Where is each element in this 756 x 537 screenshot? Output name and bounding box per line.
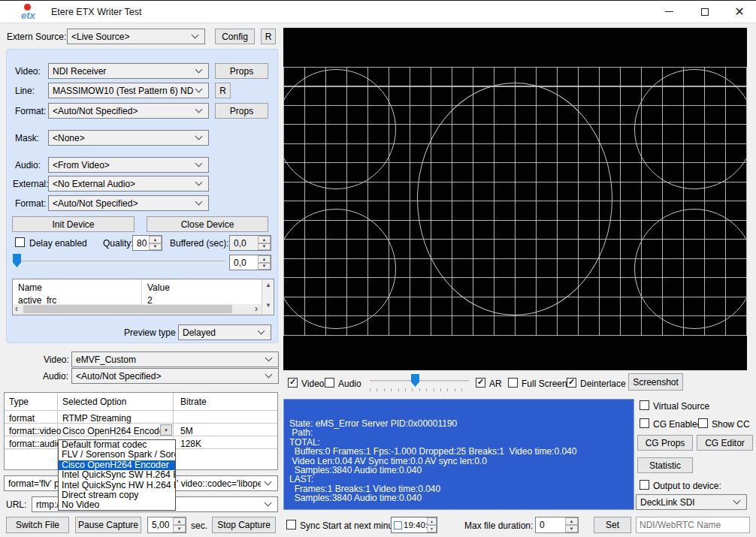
fullscreen-checkbox[interactable]: ✓	[508, 378, 518, 388]
external-audio-select[interactable]: <No External Audio>	[48, 176, 209, 192]
max-duration-stepper[interactable]: 0 ▲▼	[535, 517, 579, 533]
volume-slider-track[interactable]	[370, 380, 469, 382]
spin-up-icon[interactable]: ▲	[258, 255, 271, 263]
deinterlace-checkbox[interactable]: ✓	[567, 378, 576, 388]
show-cc-label: Show CC	[712, 419, 750, 430]
audio-format-label: Format:	[15, 198, 46, 209]
format-label: Format:	[15, 106, 46, 116]
out-video-select[interactable]: eMVF_Custom	[71, 351, 279, 367]
dropdown-option[interactable]: No Video	[59, 500, 175, 510]
spin-down-icon[interactable]: ▼	[258, 263, 271, 270]
delay-enabled-checkbox[interactable]: ✓	[15, 237, 25, 247]
interval-stepper[interactable]: 5,00 ▲▼	[147, 517, 186, 533]
delay-enabled-label: Delay enabled	[29, 238, 87, 249]
dropdown-option[interactable]: Intel QuickSync SW H.264 Enco	[59, 470, 175, 480]
video-preview[interactable]	[283, 28, 747, 370]
extern-refresh-button[interactable]: R	[261, 29, 276, 44]
maximize-button[interactable]	[691, 1, 718, 23]
chevron-down-icon	[195, 133, 203, 140]
video-label: Video:	[15, 66, 41, 77]
init-device-button[interactable]: Init Device	[12, 216, 135, 232]
set-button[interactable]: Set	[594, 517, 631, 533]
dropdown-option[interactable]: Intel QuickSync HW H.264 Enco	[59, 481, 175, 490]
buffered-stepper-1[interactable]: 0,0 ▲▼	[229, 235, 271, 251]
scroll-right-icon[interactable]: ›	[255, 304, 258, 314]
spin-up-icon[interactable]: ▲	[427, 517, 437, 525]
close-button[interactable]: ✕	[726, 1, 753, 23]
output-device-select[interactable]: DeckLink SDI	[636, 494, 747, 510]
audio-format-select[interactable]: <Auto/Not Specified>	[48, 195, 209, 211]
ar-checkbox[interactable]: ✓	[476, 378, 485, 388]
time-enable-checkbox[interactable]	[394, 521, 402, 529]
spin-up-icon[interactable]: ▲	[258, 236, 271, 243]
fullscreen-label: Full Screen	[522, 379, 567, 389]
codec-row-option[interactable]: Cisco OpenH264 Encoder	[62, 426, 167, 436]
config-button[interactable]: Config	[215, 29, 255, 44]
dropdown-option-selected[interactable]: Cisco OpenH264 Encoder	[59, 460, 175, 470]
status-line: Samples:3840 Audio time:0.040	[289, 493, 634, 502]
codec-dropdown-button[interactable]: ▼	[160, 424, 172, 436]
status-line: Samples:3840 Audio time:0.040	[289, 466, 634, 475]
quality-stepper[interactable]: 80 ▲▼	[132, 235, 162, 251]
pause-capture-button[interactable]: Pause Capture	[75, 517, 141, 533]
close-device-button[interactable]: Close Device	[147, 216, 268, 232]
chevron-down-icon	[258, 327, 265, 335]
grid-horizontal-scrollbar[interactable]: ‹ ›	[13, 304, 262, 315]
line-refresh-button[interactable]: R	[215, 83, 231, 98]
delay-slider-track[interactable]	[14, 261, 225, 263]
dropdown-option[interactable]: Default format codec	[59, 440, 175, 450]
scroll-up-icon[interactable]: ▲	[265, 282, 271, 288]
ndi-name-input[interactable]	[636, 517, 750, 533]
scrollbar-thumb[interactable]	[23, 305, 232, 313]
grid-col-value: Value	[147, 282, 170, 293]
spin-up-icon[interactable]: ▲	[173, 517, 186, 525]
stop-capture-button[interactable]: Stop Capture	[212, 517, 276, 533]
output-to-device-checkbox[interactable]: ✓	[640, 480, 649, 490]
format-props-button[interactable]: Props	[215, 103, 268, 119]
spin-up-icon[interactable]: ▲	[149, 236, 162, 243]
dropdown-option[interactable]: FLV / Sorenson Spark / Sorenso	[59, 450, 175, 460]
codec-row-type: format	[9, 413, 35, 424]
switch-file-button[interactable]: Switch File	[6, 517, 69, 533]
dropdown-option[interactable]: Direct stream copy	[59, 490, 175, 500]
sync-start-checkbox[interactable]: ✓	[286, 520, 296, 529]
codec-row-bitrate: 5M	[180, 426, 193, 436]
spin-down-icon[interactable]: ▼	[149, 243, 162, 251]
statistic-button[interactable]: Statistic	[637, 457, 693, 473]
sync-time-picker[interactable]: 19:40:4 ▲ ▼	[391, 517, 437, 533]
codec-row-option[interactable]: RTMP Streaming	[62, 413, 132, 424]
logo-text: etx	[21, 10, 35, 21]
cg-enabled-checkbox[interactable]: ✓	[640, 418, 649, 428]
spin-down-icon[interactable]: ▼	[565, 525, 578, 532]
scroll-down-icon[interactable]: ▼	[265, 302, 271, 309]
virtual-source-checkbox[interactable]: ✓	[640, 400, 649, 410]
preview-video-checkbox[interactable]: ✓	[288, 378, 298, 388]
spin-up-icon[interactable]: ▲	[565, 517, 578, 525]
extern-source-select[interactable]: <Live Source>	[67, 29, 205, 44]
grid-vertical-scrollbar[interactable]: ▲ ▼	[262, 279, 274, 315]
test-pattern-corner-circle	[634, 209, 747, 329]
screenshot-button[interactable]: Screenshot	[628, 373, 683, 391]
buffered-stepper-2[interactable]: 0,0 ▲▼	[229, 255, 271, 270]
video-device-select[interactable]: NDI Receiver	[48, 63, 209, 79]
minimize-button[interactable]	[655, 1, 682, 23]
cg-props-button[interactable]: CG Props	[637, 435, 693, 451]
cg-editor-button[interactable]: CG Editor	[697, 435, 753, 451]
audio-label: Audio:	[15, 160, 41, 170]
codec-row-type: format::video	[9, 426, 61, 436]
video-props-button[interactable]: Props	[215, 63, 268, 79]
scroll-left-icon[interactable]: ‹	[15, 304, 18, 314]
mask-select[interactable]: <None>	[48, 130, 209, 146]
show-cc-checkbox[interactable]: ✓	[698, 418, 708, 428]
spin-down-icon[interactable]: ▼	[427, 525, 437, 532]
line-select[interactable]: MASSIMOW10 (Test Pattern 6) NDI Sou	[48, 83, 209, 98]
chevron-down-icon	[195, 179, 203, 186]
preview-audio-checkbox[interactable]: ✓	[325, 378, 334, 388]
spin-down-icon[interactable]: ▼	[173, 525, 186, 532]
volume-slider-thumb[interactable]	[411, 374, 419, 387]
audio-select[interactable]: <From Video>	[48, 157, 209, 173]
spin-down-icon[interactable]: ▼	[258, 243, 271, 251]
preview-type-select[interactable]: Delayed	[178, 324, 271, 340]
format-select[interactable]: <Auto/Not Specified>	[48, 103, 209, 119]
out-audio-select[interactable]: <Auto/Not Specified>	[71, 368, 279, 384]
